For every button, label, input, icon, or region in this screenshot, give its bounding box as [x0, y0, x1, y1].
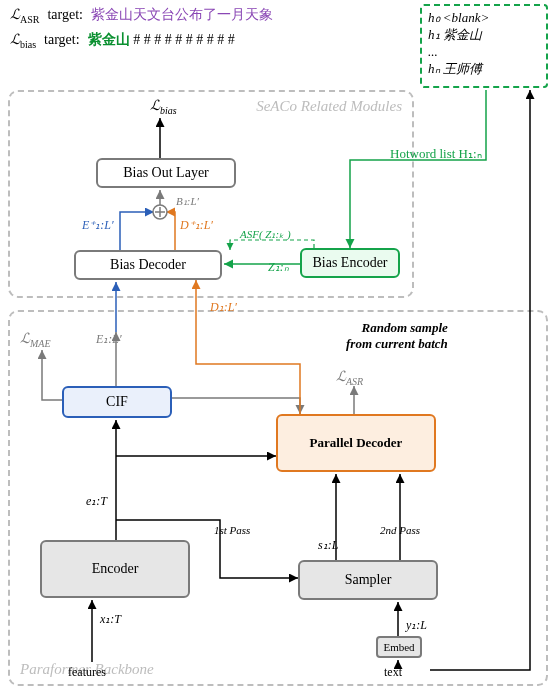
- asf-edge-label: ASF( Z₁:ₖ ): [240, 228, 291, 241]
- bias-decoder-block: Bias Decoder: [74, 250, 222, 280]
- l-mae-label: ℒMAE: [20, 330, 51, 349]
- asr-target-word: target:: [47, 7, 83, 23]
- embed-block: Embed: [376, 636, 422, 658]
- sampler-block: Sampler: [298, 560, 438, 600]
- targets-section: ℒASR target: 紫金山天文台公布了一月天象 ℒbias target:…: [10, 6, 273, 56]
- encoder-block: Encoder: [40, 540, 190, 598]
- hotword-h1: h₁ 紫金山: [428, 27, 540, 44]
- hotword-h0: h₀ <blank>: [428, 10, 540, 27]
- x1t-edge-label: x₁:T: [100, 612, 121, 627]
- bias-encoder-block: Bias Encoder: [300, 248, 400, 278]
- first-pass-label: 1st Pass: [214, 524, 250, 536]
- bias-target-row: ℒbias target: 紫金山 # # # # # # # # # #: [10, 31, 273, 50]
- z1n-edge-label: Z₁:ₙ: [268, 260, 289, 275]
- parallel-decoder-block: Parallel Decoder: [276, 414, 436, 472]
- y1l-edge-label: y₁:L: [406, 618, 427, 633]
- text-input-label: text: [384, 665, 402, 680]
- hotword-dots: ...: [428, 44, 540, 61]
- second-pass-label: 2nd Pass: [380, 524, 420, 536]
- asr-target-text: 紫金山天文台公布了一月天象: [91, 6, 273, 24]
- e1t-edge-label: e₁:T: [86, 494, 107, 509]
- features-input-label: features: [68, 665, 106, 680]
- random-sample-label: Random sample from current batch: [346, 320, 448, 352]
- cif-block: CIF: [62, 386, 172, 418]
- bias-out-layer-block: Bias Out Layer: [96, 158, 236, 188]
- hotword-hn: hₙ 王师傅: [428, 61, 540, 78]
- e1l-edge-label: E₁:L′: [96, 332, 122, 347]
- eplus-edge-label: E⁺₁:L′: [82, 218, 114, 233]
- bias-target-text: 紫金山 # # # # # # # # # #: [88, 31, 235, 49]
- asr-target-row: ℒASR target: 紫金山天文台公布了一月天象: [10, 6, 273, 25]
- b1l-edge-label: B₁:L′: [176, 195, 199, 208]
- l-asr-label: ℒASR: [336, 368, 363, 387]
- bias-target-word: target:: [44, 32, 80, 48]
- seaco-region-label: SeACo Related Modules: [256, 98, 402, 115]
- bias-loss-label: ℒbias: [10, 31, 36, 50]
- dplus-edge-label: D⁺₁:L′: [180, 218, 213, 233]
- s1l-edge-label: s₁:L: [318, 538, 338, 553]
- hotword-list-label: Hotword list H₁:ₙ: [390, 146, 482, 162]
- d1l-edge-label: D₁:L′: [210, 300, 237, 315]
- hotword-list-box: h₀ <blank> h₁ 紫金山 ... hₙ 王师傅: [420, 4, 548, 88]
- asr-loss-label: ℒASR: [10, 6, 39, 25]
- l-bias-label: ℒbias: [150, 97, 177, 116]
